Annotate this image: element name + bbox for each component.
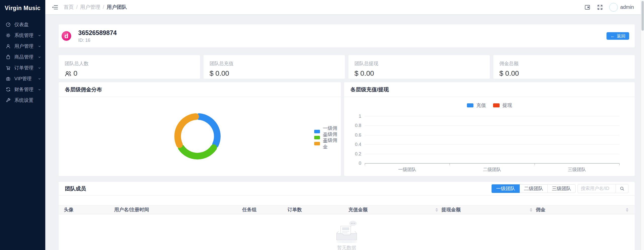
- column-commission: 佣金: [536, 206, 545, 213]
- x-axis-categories: 一级团队 二级团队 三级团队: [365, 166, 619, 173]
- user-menu[interactable]: admin: [609, 3, 634, 12]
- chevron-down-icon: [38, 55, 41, 59]
- chevron-down-icon: [38, 45, 41, 48]
- x-category: 一级团队: [365, 166, 450, 173]
- layout-panel-icon[interactable]: [584, 4, 591, 11]
- breadcrumb-current: 用户团队: [107, 4, 127, 11]
- commission-distribution-card: 各层级佣金分布 一级佣金: [59, 82, 341, 176]
- y-axis-tick: 0.4: [344, 142, 365, 147]
- empty-state-text: 暂无数据: [337, 244, 356, 250]
- gear-icon: [6, 33, 11, 38]
- stat-label: 团队总人数: [65, 60, 194, 67]
- avatar: [609, 3, 618, 12]
- chart-title: 各层级充值/提现: [350, 86, 389, 93]
- sidebar-item-system-settings[interactable]: 系统设置: [0, 95, 45, 106]
- y-axis-tick: 0.6: [344, 133, 365, 138]
- sidebar-item-order-management[interactable]: 订单管理: [0, 62, 45, 73]
- bar-chart: 充值 提现 1 0.8 0.6 0: [344, 97, 635, 176]
- finance-icon: [6, 87, 11, 92]
- breadcrumb-home[interactable]: 首页: [64, 4, 74, 11]
- sidebar-item-finance-management[interactable]: 财务管理: [0, 84, 45, 95]
- sidebar-item-label: 系统设置: [14, 97, 33, 104]
- profile-username: 36526589874: [78, 29, 117, 36]
- sidebar-item-label: 用户管理: [14, 43, 33, 50]
- empty-state: 暂无数据: [59, 220, 635, 250]
- team-members-card: 团队成员 一级团队 二级团队 三级团队: [59, 182, 635, 250]
- x-category: 二级团队: [450, 166, 534, 173]
- arrow-left-icon: ←: [610, 34, 615, 38]
- sidebar-item-system-management[interactable]: 系统管理: [0, 30, 45, 41]
- sidebar-item-vip-management[interactable]: VIP管理: [0, 73, 45, 84]
- chevron-down-icon: [38, 88, 41, 91]
- search-input[interactable]: [578, 184, 616, 193]
- legend-swatch-green: [314, 136, 320, 139]
- vip-badge-icon: [6, 76, 11, 81]
- column-withdraw-amount: 提现金额: [441, 206, 461, 213]
- charts-row: 各层级佣金分布 一级佣金: [59, 82, 635, 176]
- legend-item-withdraw[interactable]: 提现: [493, 103, 512, 108]
- stat-card-total-withdraw: 团队总提现 $ 0.00: [348, 55, 490, 79]
- sidebar-item-label: VIP管理: [14, 75, 32, 82]
- column-username-regtime: 用户名/注册时间: [114, 206, 149, 213]
- legend-swatch-blue: [314, 130, 320, 133]
- tab-level2-team[interactable]: 二级团队: [519, 184, 548, 193]
- search-icon: [620, 186, 625, 191]
- bar-plot-area: 1 0.8 0.6 0.4 0.2 0 一级团队: [344, 116, 635, 173]
- breadcrumb-user-management[interactable]: 用户管理: [80, 4, 100, 11]
- sidebar-item-product-management[interactable]: 商品管理: [0, 52, 45, 62]
- sort-toggle-icon[interactable]: [435, 208, 438, 212]
- chevron-down-icon: [38, 77, 41, 80]
- x-axis-ticks: [365, 163, 619, 165]
- legend-swatch-orange: [314, 142, 320, 145]
- sort-toggle-icon[interactable]: [530, 208, 532, 212]
- stat-label: 佣金总额: [499, 60, 629, 67]
- tab-level3-team[interactable]: 三级团队: [547, 184, 576, 193]
- vertical-scrollbar[interactable]: [641, 0, 644, 250]
- stats-row: 团队总人数 0 团队总充值 $ 0.00 团队总提现 $ 0.00 佣金总额: [59, 55, 635, 79]
- stat-card-total-members: 团队总人数 0: [59, 55, 200, 79]
- sidebar-nav: 仪表盘 系统管理 用户管理 商品管理 订单管理: [0, 16, 45, 106]
- donut-chart: 一级佣金 二级佣金 三级佣金: [59, 97, 341, 176]
- team-level-tabs: 一级团队 二级团队 三级团队: [492, 184, 576, 193]
- recharge-withdraw-chart-card: 各层级充值/提现 充值 提现: [344, 82, 635, 176]
- user-icon: [6, 44, 11, 49]
- sidebar-item-user-management[interactable]: 用户管理: [0, 41, 45, 52]
- search-button[interactable]: [616, 184, 628, 193]
- team-title: 团队成员: [65, 185, 86, 192]
- sidebar-item-label: 订单管理: [14, 65, 33, 71]
- main-content: d 36526589874 ID: 16 ← 返回 团队总人数 0: [45, 14, 644, 250]
- app-window: Virgin Music 仪表盘 系统管理 用户管理 商品管理: [0, 0, 644, 250]
- legend-swatch-red: [493, 103, 500, 107]
- sort-toggle-icon[interactable]: [626, 208, 628, 212]
- legend-swatch-blue: [467, 103, 473, 107]
- fullscreen-icon[interactable]: [597, 4, 603, 11]
- sidebar-item-label: 仪表盘: [14, 21, 29, 28]
- back-button-label: 返回: [617, 33, 625, 39]
- people-icon: [65, 70, 71, 77]
- shopping-bag-icon: [6, 54, 11, 60]
- tab-level1-team[interactable]: 一级团队: [492, 184, 520, 193]
- chevron-down-icon: [38, 34, 41, 37]
- profile-card: d 36526589874 ID: 16 ← 返回: [59, 24, 635, 48]
- profile-avatar: d: [62, 31, 71, 41]
- wrench-icon: [6, 98, 11, 103]
- cart-icon: [6, 65, 11, 70]
- x-category: 三级团队: [535, 166, 619, 173]
- profile-id: ID: 16: [78, 38, 117, 43]
- app-logo: Virgin Music: [0, 0, 45, 16]
- back-button[interactable]: ← 返回: [607, 32, 629, 40]
- sidebar-item-label: 商品管理: [14, 54, 33, 60]
- sidebar-item-dashboard[interactable]: 仪表盘: [0, 19, 45, 30]
- column-task-group: 任务组: [242, 206, 257, 213]
- dashboard-icon: [6, 22, 11, 27]
- chevron-down-icon: [38, 66, 41, 70]
- column-avatar: 头像: [64, 206, 73, 213]
- legend-item-recharge[interactable]: 充值: [467, 103, 486, 108]
- scrollbar-thumb[interactable]: [641, 1, 644, 31]
- legend-item-level3-commission[interactable]: 三级佣金: [314, 141, 341, 146]
- menu-fold-icon[interactable]: [52, 4, 58, 11]
- stat-value: 0: [73, 69, 77, 77]
- stat-label: 团队总提现: [354, 60, 484, 67]
- empty-inbox-icon: [333, 220, 360, 243]
- stat-value: $ 0.00: [210, 69, 229, 77]
